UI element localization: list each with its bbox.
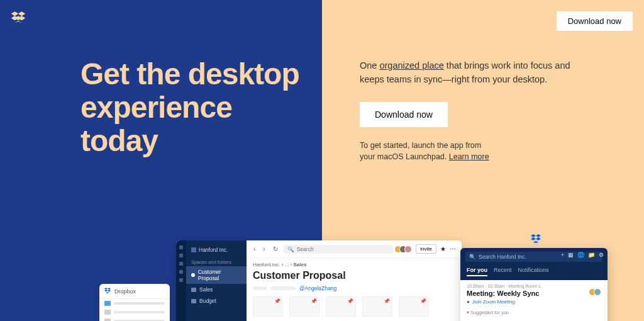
svg-marker-2 [18, 11, 25, 16]
organized-place-link[interactable]: organized place [379, 60, 443, 70]
left-panel: Get the desktop experience today [0, 0, 322, 321]
tagline: One organized place that brings work int… [360, 59, 586, 87]
download-now-button-top[interactable]: Download now [557, 11, 633, 31]
svg-marker-5 [15, 21, 22, 23]
hero-title: Get the desktop experience today [80, 58, 309, 157]
svg-marker-1 [11, 11, 18, 16]
dropbox-logo-icon [11, 11, 25, 26]
marketing-copy: One organized place that brings work int… [360, 59, 586, 163]
landing-page: Get the desktop experience today Downloa… [0, 0, 644, 321]
right-panel: Download now One organized place that br… [322, 0, 644, 321]
launch-hint: To get started, launch the app from your… [360, 140, 492, 164]
download-now-button-main[interactable]: Download now [360, 102, 448, 127]
learn-more-link[interactable]: Learn more [449, 152, 489, 161]
tagline-prefix: One [360, 60, 379, 70]
